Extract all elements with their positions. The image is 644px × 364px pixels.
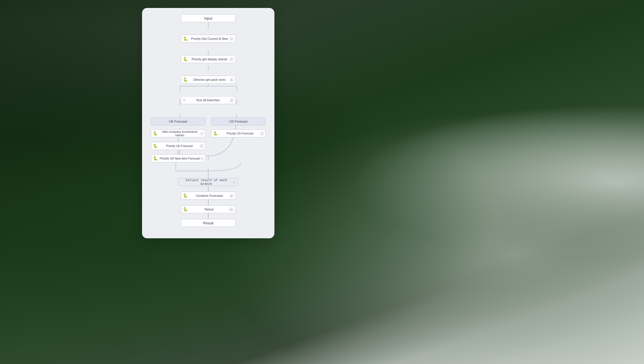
combine-badge: b [230, 194, 234, 198]
uk-step1-node[interactable]: 🐍 Inter-company ecommerce names i [151, 129, 205, 137]
combine-label: Combine Forecasts [189, 194, 230, 197]
python-icon-1: 🐍 [183, 36, 188, 41]
uk-step1-badge: i [201, 132, 203, 135]
uk-step3-label: Priority UK New Item Forecast [159, 157, 201, 160]
step1-badge: c [230, 37, 234, 41]
branch-icon: ⑂ [183, 98, 185, 102]
python-icon-uk1: 🐍 [153, 131, 158, 136]
step1-node[interactable]: 🐍 Priority Get Current & New c [181, 35, 235, 43]
step4-badge: d [230, 98, 234, 102]
python-icon-combine: 🐍 [183, 193, 188, 198]
input-node[interactable]: Input [181, 14, 235, 22]
retool-badge: m [229, 208, 234, 211]
us-branch-header[interactable]: US Forecast [211, 117, 266, 125]
collect-node[interactable]: Collect result of each branch d [178, 178, 238, 186]
result-node[interactable]: Result [181, 219, 235, 227]
uk-branch-header[interactable]: UK Forecast [151, 117, 205, 125]
uk-step2-label: Priority UK Forecast [159, 144, 200, 148]
step4-label: Run all branches [187, 98, 230, 102]
step3-node[interactable]: 🐍 Directus get pack sizes k [181, 76, 235, 84]
collect-label: Collect result of each branch [181, 178, 232, 186]
convergence-lines [149, 162, 268, 178]
uk-step3-node[interactable]: 🐍 Priority UK New Item Forecast l [151, 154, 205, 162]
us-step1-label: Priority US Forecast [219, 132, 260, 135]
step3-label: Directus get pack sizes [189, 78, 230, 81]
python-icon-uk3: 🐍 [153, 156, 158, 161]
uk-step2-badge: e [200, 144, 203, 148]
step1-label: Priority Get Current & New [189, 37, 230, 40]
step2-badge: n [230, 57, 234, 61]
uk-step1-label: Inter-company ecommerce names [159, 130, 201, 137]
python-icon-uk2: 🐍 [153, 144, 158, 148]
retool-node[interactable]: 🐍 Retool m [181, 205, 235, 213]
collect-badge: d [232, 180, 235, 184]
uk-step2-node[interactable]: 🐍 Priority UK Forecast e [151, 142, 205, 150]
step2-label: Priority get display stands [189, 57, 230, 61]
main-panel: Input 🐍 Priority Get Current & New c 🐍 P… [142, 8, 274, 238]
uk-step3-badge: l [201, 157, 203, 160]
python-icon-3: 🐍 [183, 77, 188, 82]
step2-node[interactable]: 🐍 Priority get display stands n [181, 55, 235, 63]
background [0, 0, 644, 364]
us-step1-badge: f [260, 132, 264, 135]
step3-badge: k [230, 78, 234, 82]
retool-label: Retool [189, 208, 229, 211]
python-icon-2: 🐍 [183, 57, 188, 61]
python-icon-retool: 🐍 [183, 207, 188, 212]
step4-node[interactable]: ⑂ Run all branches d [181, 96, 235, 104]
python-icon-us1: 🐍 [213, 131, 218, 136]
combine-node[interactable]: 🐍 Combine Forecasts b [181, 192, 235, 200]
us-step1-node[interactable]: 🐍 Priority US Forecast f [211, 129, 266, 137]
